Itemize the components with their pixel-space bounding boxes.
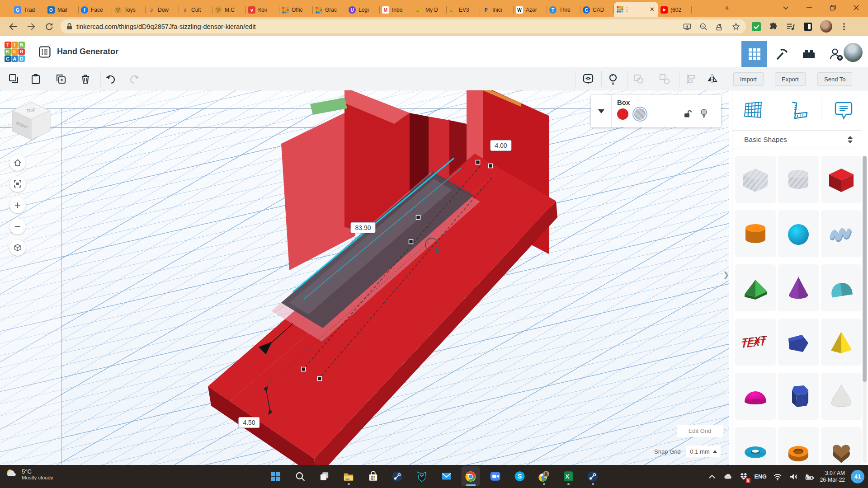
browser-tab-M.C[interactable]: ツM.C [212,3,246,17]
browser-tab-Inici[interactable]: PInici [480,3,514,17]
browser-menu-icon[interactable] [840,22,849,31]
copy-icon[interactable] [8,73,20,85]
browser-tab-Кон[interactable]: vКон [246,3,279,17]
minecraft-export-button[interactable] [769,41,794,67]
taskbar-weather-widget[interactable]: 5°C Mostly cloudy [5,467,53,481]
browser-tab-Trad[interactable]: GTrad [12,3,45,17]
taskbar-app-steam-2[interactable] [584,466,602,486]
volume-icon[interactable] [788,472,798,482]
playlist-extension-icon[interactable] [786,22,796,32]
model-hand-generator[interactable] [0,90,729,465]
color-swatch-red[interactable] [617,108,628,120]
taskbar-app-file-explorer[interactable] [340,466,358,486]
redo-icon[interactable] [128,73,140,85]
zoom-out-icon[interactable] [699,22,708,31]
dimension-label-height[interactable]: 4.50 [238,417,259,428]
align-icon[interactable] [685,73,697,85]
taskbar-app-chrome[interactable] [462,466,480,486]
taskbar-app-steam[interactable] [388,466,407,486]
shape-cylinder[interactable] [735,210,776,257]
delete-icon[interactable] [80,73,91,85]
shape-round-roof[interactable] [821,264,862,311]
inspector-collapse-button[interactable] [591,95,612,127]
shape-box[interactable] [821,156,862,203]
tab-search-icon[interactable] [774,0,797,15]
taskbar-app-mail[interactable] [437,466,456,486]
reload-icon[interactable] [44,22,54,32]
home-view-button[interactable] [9,155,26,171]
extensions-puzzle-icon[interactable] [769,22,778,32]
user-avatar[interactable] [844,43,863,62]
save-to-device-icon[interactable] [683,22,692,31]
browser-tab-Toys[interactable]: ツToys [112,3,146,17]
browser-tab-Cult[interactable]: ∂Cult [179,3,212,17]
shape-polygon[interactable] [778,319,819,366]
tab-close-icon[interactable]: ✕ [648,6,656,13]
group-icon[interactable] [633,73,645,85]
viewport-3d[interactable]: 4.00 83.90 4.50 TOP RIGHT Box Edit Grid … [0,90,729,465]
ungroup-icon[interactable] [659,73,670,85]
fit-view-button[interactable] [9,176,26,192]
shape-box-hole[interactable] [735,156,776,203]
edit-grid-button[interactable]: Edit Grid [677,425,723,437]
battery-charging-icon[interactable] [804,472,814,482]
shape-cone[interactable] [778,264,819,311]
maximize-button[interactable] [821,0,844,15]
taskbar-app-predator[interactable] [413,466,431,486]
browser-tab-Dow[interactable]: ∂Dow [146,3,179,17]
visibility-bulb-icon[interactable] [699,108,708,118]
taskbar-app-search[interactable] [291,466,309,486]
light-toggle-icon[interactable] [607,73,619,85]
shape-hexagonal-prism[interactable] [778,373,819,420]
dimension-label-width[interactable]: 4.00 [490,140,511,151]
browser-tab-(602[interactable]: (602 [658,3,692,17]
dimension-label-length[interactable]: 83.90 [350,222,375,233]
bookmark-star-icon[interactable] [731,22,741,31]
unlock-icon[interactable] [683,109,692,118]
design-properties-icon[interactable] [39,46,51,58]
shape-scribble[interactable] [821,210,862,257]
browser-tab-Grac[interactable]: Grac [313,3,346,17]
blocks-view-button[interactable] [741,41,767,67]
shape-cylinder-hole[interactable] [778,156,819,203]
panel-scrollbar[interactable] [863,156,867,463]
ruler-tool-icon[interactable] [788,100,808,120]
import-button[interactable]: Import [733,72,764,86]
shape-category-select[interactable]: Basic Shapes [732,130,862,149]
taskbar-app-chrome-profile[interactable] [535,466,553,486]
language-indicator[interactable]: ENG [755,474,767,480]
shape-sphere[interactable] [778,210,819,257]
forward-icon[interactable] [26,22,36,32]
checker-extension-icon[interactable] [751,22,761,32]
taskbar-app-excel[interactable]: X [559,466,578,486]
lego-export-button[interactable] [796,41,821,67]
paste-icon[interactable] [30,73,42,85]
taskbar-clock[interactable]: 3:07 AM 26-Mar-22 [820,470,845,483]
export-button[interactable]: Export [775,72,806,86]
shape-half-sphere[interactable] [735,373,776,420]
shape-pyramid[interactable] [821,319,862,366]
snap-grid-select[interactable]: 0.1 mm [686,446,721,457]
tab-options-icon[interactable]: ⋮ [624,6,629,13]
back-icon[interactable] [8,22,18,32]
design-title[interactable]: Hand Generator [57,47,118,56]
notification-count-badge[interactable]: 41 [851,470,864,483]
mirror-icon[interactable] [706,73,718,85]
minimize-button[interactable] [797,0,821,15]
browser-tab-Mail[interactable]: OMail [45,3,79,17]
shape-text[interactable]: TEXTTEXT [735,319,776,366]
browser-profile-avatar[interactable] [820,20,832,33]
onedrive-icon[interactable] [723,472,733,482]
browser-tab-Logi[interactable]: ULogi [346,3,380,17]
notes-tool-icon[interactable] [834,100,854,120]
dropbox-icon[interactable]: 5 [739,472,749,482]
wifi-icon[interactable] [773,472,783,482]
taskbar-app-task-view[interactable] [315,466,334,486]
send-to-button[interactable]: Send To [817,72,852,86]
shape-paraboloid[interactable] [821,373,862,420]
view-cube[interactable]: TOP RIGHT [9,99,53,143]
taskbar-app-start[interactable] [266,466,285,486]
browser-tab-EV3[interactable]: EV3 [447,3,480,17]
browser-tab-Azər[interactable]: WAzər [514,3,547,17]
close-window-button[interactable] [844,0,868,15]
